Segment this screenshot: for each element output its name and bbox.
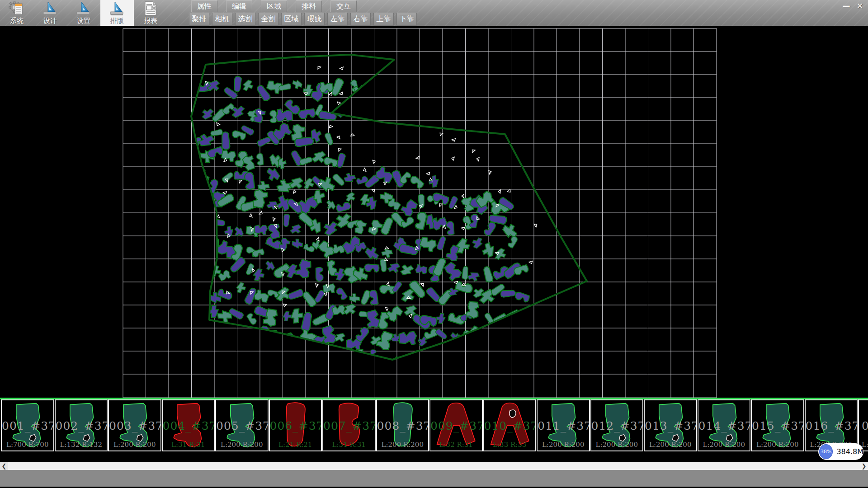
part-lr-count-label: L:200 R:200 [752, 441, 803, 449]
toolbar: 系统设计设置排版报表 属性编辑区域排料交互 聚排相机选割全割区域瑕疵左靠右靠上靠… [0, 0, 868, 26]
part-id-label: 013_#37 [645, 419, 696, 432]
part-thumbnail-2[interactable]: 002_#37L:132 R:132 [55, 399, 108, 451]
app-bar: 系统设计设置排版报表 [0, 0, 167, 26]
part-id-label: 014_#37 [698, 419, 750, 432]
report-icon [142, 1, 159, 16]
set-square-icon [42, 1, 58, 16]
part-thumbnail-5[interactable]: 005_#37L:200 R:200 [215, 399, 269, 451]
tool-button-3[interactable]: 选割 [235, 13, 255, 26]
part-id-label: 008_#37 [377, 419, 429, 432]
part-lr-count-label: L:31 R:31 [163, 441, 214, 449]
part-thumbnail-11[interactable]: 011_#37L:200 R:200 [537, 399, 590, 451]
app-tab-label: 系统 [10, 17, 24, 25]
part-id-label: 011_#37 [538, 419, 589, 432]
part-lr-count-label: L:200 R:200 [538, 441, 589, 449]
part-thumbnail-10[interactable]: 010_#37L:33 R:33 [483, 399, 537, 451]
parts-strip: 001_#37L:700 R:700002_#37L:132 R:132003_… [0, 399, 868, 452]
app-tab-5[interactable]: 报表 [134, 0, 167, 26]
part-thumbnail-14[interactable]: 014_#37L:200 R:200 [698, 399, 751, 451]
part-thumbnail-17[interactable]: 0L:2 [858, 399, 868, 451]
part-id-label: 007_#37 [323, 419, 375, 432]
menu-row: 属性编辑区域排料交互 [191, 0, 365, 12]
menu-button-2[interactable]: 编辑 [226, 0, 252, 12]
part-lr-count-label: L:200 R:200 [645, 441, 696, 449]
part-id-label: 012_#37 [591, 419, 643, 432]
canvas-drawing [0, 26, 868, 462]
app-tab-label: 排版 [110, 17, 124, 25]
part-id-label: 015_#37 [752, 419, 803, 432]
app-tab-label: 报表 [144, 17, 157, 25]
memory-usage-label: 384.8M [836, 447, 863, 456]
part-id-label: 010_#37 [484, 419, 536, 432]
part-id-label: 006_#37 [270, 419, 321, 432]
part-lr-count-label: L:200 R:200 [109, 441, 160, 449]
tool-button-7[interactable]: 左靠 [327, 13, 348, 26]
part-thumbnail-12[interactable]: 012_#37L:200 R:200 [590, 399, 644, 451]
part-thumbnail-6[interactable]: 006_#37L:21 R:21 [269, 399, 322, 451]
part-lr-count-label: L:200 R:200 [698, 441, 750, 449]
part-id-label: 003_#37 [109, 419, 160, 432]
part-id-label: 001_#37 [2, 419, 53, 432]
set-square-icon [75, 1, 92, 16]
window-controls: — ✕ [840, 0, 867, 11]
part-thumbnail-9[interactable]: 009_#37L:32 R:31 [429, 399, 483, 451]
utilization-percent-badge: 38% [819, 444, 833, 459]
part-id-label: 016_#37 [806, 419, 857, 432]
tool-button-2[interactable]: 相机 [212, 13, 232, 26]
scroll-left-arrow-icon[interactable]: ❮ [0, 462, 8, 470]
minimize-button[interactable]: — [840, 0, 853, 11]
menu-button-5[interactable]: 交互 [330, 0, 357, 12]
tool-button-6[interactable]: 瑕疵 [304, 13, 325, 26]
tool-button-10[interactable]: 下靠 [396, 13, 417, 26]
app-tab-4[interactable]: 排版 [100, 0, 134, 26]
part-lr-count-label: L:700 R:700 [2, 441, 53, 449]
tool-button-1[interactable]: 聚排 [189, 13, 209, 26]
part-lr-count-label: L:21 R:21 [270, 441, 321, 449]
app-tab-label: 设置 [77, 17, 90, 25]
tool-button-4[interactable]: 全割 [258, 13, 278, 26]
part-thumbnail-4[interactable]: 004_#37L:31 R:31 [162, 399, 215, 451]
set-square-icon [109, 1, 125, 16]
application-window: 系统设计设置排版报表 属性编辑区域排料交互 聚排相机选割全割区域瑕疵左靠右靠上靠… [0, 0, 868, 488]
app-tab-2[interactable]: 设计 [33, 0, 67, 26]
part-lr-count-label: L:31 R:31 [323, 441, 375, 449]
part-thumbnail-1[interactable]: 001_#37L:700 R:700 [1, 399, 54, 451]
part-lr-count-label: L:200 R:200 [377, 441, 429, 449]
status-bar [0, 470, 868, 488]
part-id-label: 009_#37 [430, 419, 482, 432]
part-lr-count-label: L:200 R:200 [216, 441, 268, 449]
tool-button-8[interactable]: 右靠 [350, 13, 371, 26]
part-lr-count-label: L:33 R:33 [484, 441, 536, 449]
part-thumbnail-7[interactable]: 007_#37L:31 R:31 [322, 399, 376, 451]
app-tab-1[interactable]: 系统 [0, 0, 33, 26]
part-thumbnail-13[interactable]: 013_#37L:200 R:200 [644, 399, 697, 451]
horizontal-scrollbar[interactable]: ❮ ❯ [0, 462, 868, 470]
part-id-label: 0 [859, 419, 868, 432]
app-tab-3[interactable]: 设置 [67, 0, 100, 26]
part-lr-count-label: L:32 R:31 [430, 441, 482, 449]
part-lr-count-label: L:132 R:132 [56, 441, 107, 449]
close-button[interactable]: ✕ [853, 0, 867, 11]
tool-button-5[interactable]: 区域 [281, 13, 302, 26]
scroll-right-arrow-icon[interactable]: ❯ [860, 462, 868, 470]
part-thumbnail-8[interactable]: 008_#37L:200 R:200 [376, 399, 429, 451]
menu-button-3[interactable]: 区域 [261, 0, 287, 12]
part-id-label: 005_#37 [216, 419, 268, 432]
app-tab-label: 设计 [43, 17, 57, 25]
part-thumbnail-3[interactable]: 003_#37L:200 R:200 [108, 399, 161, 451]
menu-button-4[interactable]: 排料 [296, 0, 322, 12]
part-id-label: 004_#37 [163, 419, 214, 432]
tool-row: 聚排相机选割全割区域瑕疵左靠右靠上靠下靠 [189, 13, 420, 26]
nesting-canvas[interactable] [0, 26, 868, 462]
gear-doc-icon [9, 1, 25, 16]
tool-button-9[interactable]: 上靠 [373, 13, 394, 26]
part-lr-count-label: L:200 R:200 [591, 441, 643, 449]
menu-button-1[interactable]: 属性 [191, 0, 217, 12]
status-badge: 38% 384.8M [818, 443, 863, 460]
part-id-label: 002_#37 [56, 419, 107, 432]
part-thumbnail-15[interactable]: 015_#37L:200 R:200 [751, 399, 804, 451]
